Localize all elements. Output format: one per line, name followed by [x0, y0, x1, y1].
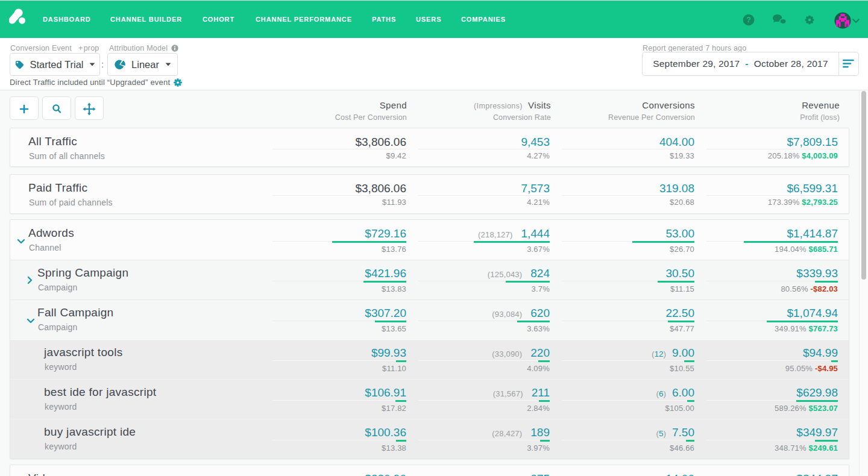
- svg-text:?: ?: [746, 16, 751, 24]
